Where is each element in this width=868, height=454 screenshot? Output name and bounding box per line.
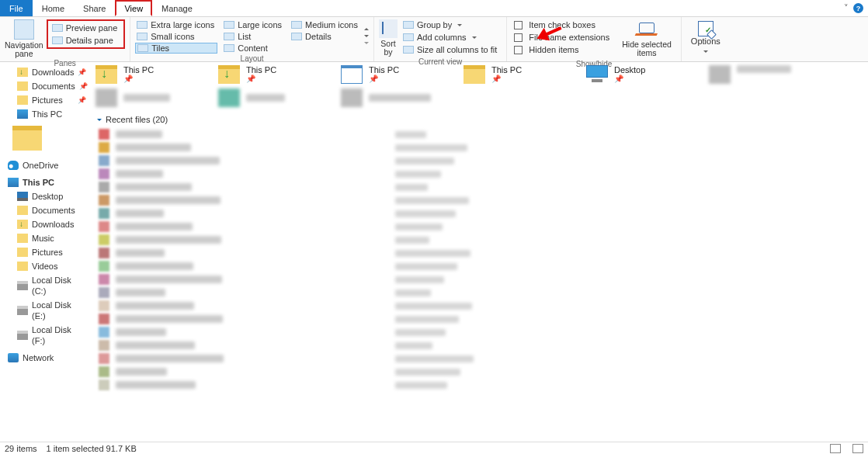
tab-home[interactable]: Home — [33, 0, 74, 16]
desktop-icon — [17, 192, 28, 201]
options-icon: ✓ — [698, 21, 713, 36]
nav-onedrive[interactable]: OneDrive — [0, 158, 89, 172]
recent-file-row[interactable] — [99, 248, 868, 258]
nav-desktop[interactable]: Desktop — [0, 189, 89, 203]
network-icon — [8, 353, 19, 362]
small-icon — [137, 33, 148, 40]
recent-file-row[interactable] — [99, 340, 868, 351]
recent-files-header[interactable]: Recent files (20) — [97, 115, 868, 124]
tile-thispc-4[interactable]: This PC📌 — [464, 65, 580, 84]
recent-file-row[interactable] — [99, 314, 868, 324]
tile-thispc-3[interactable]: This PC📌 — [341, 65, 457, 84]
nav-pictures[interactable]: Pictures — [0, 245, 89, 259]
hide-selected-items-button[interactable]: Hide selected items — [617, 19, 676, 59]
tile-blurred[interactable] — [709, 65, 825, 84]
tab-manage[interactable]: Manage — [152, 0, 202, 16]
recent-file-row[interactable] — [99, 142, 868, 153]
pictures-icon — [17, 248, 28, 257]
recent-file-row[interactable] — [99, 327, 868, 338]
tab-share[interactable]: Share — [74, 0, 115, 16]
size-columns-icon — [403, 46, 414, 54]
nav-documents[interactable]: Documents — [0, 203, 89, 217]
content-area: This PC📌 This PC📌 This PC📌 This PC📌 Desk… — [89, 62, 868, 442]
layout-details[interactable]: Details — [290, 31, 361, 42]
file-type-icon — [99, 287, 109, 298]
blurred-filename — [116, 355, 224, 362]
nav-pictures-qa[interactable]: Pictures📌 — [0, 93, 89, 107]
chevron-down-icon — [364, 35, 369, 37]
recent-file-row[interactable] — [99, 261, 868, 272]
blurred-filename — [116, 236, 221, 244]
tile-blurred[interactable] — [341, 88, 457, 107]
layout-small-icons[interactable]: Small icons — [135, 31, 217, 42]
nav-music[interactable]: Music — [0, 231, 89, 245]
tab-file[interactable]: File — [0, 0, 33, 16]
blurred-path — [395, 289, 431, 296]
ribbon-tabs: File Home Share View Manage ˅ ? — [0, 0, 868, 17]
nav-local-f[interactable]: Local Disk (F:) — [0, 323, 89, 348]
recent-file-row[interactable] — [99, 195, 868, 206]
details-pane-label: Details pane — [66, 36, 113, 45]
layout-scroll[interactable] — [364, 19, 369, 52]
chevron-more-icon — [364, 42, 369, 44]
nav-thispc[interactable]: This PC — [0, 175, 89, 189]
tile-desktop[interactable]: Desktop📌 — [586, 65, 703, 84]
nav-local-c[interactable]: Local Disk (C:) — [0, 273, 89, 298]
recent-file-row[interactable] — [99, 182, 868, 192]
recent-file-row[interactable] — [99, 379, 868, 390]
preview-pane-button[interactable]: Preview pane — [50, 23, 123, 33]
recent-file-row[interactable] — [99, 366, 868, 377]
ribbon-view: Navigation pane Preview pane Details pan… — [0, 17, 868, 62]
tile-thispc-2[interactable]: This PC📌 — [218, 65, 335, 84]
tile-thispc-downloads[interactable]: This PC📌 — [95, 65, 212, 84]
view-large-icons-button[interactable] — [852, 444, 863, 453]
drive-icon — [17, 281, 28, 290]
recent-file-row[interactable] — [99, 155, 868, 166]
nav-videos[interactable]: Videos — [0, 259, 89, 273]
nav-downloads-pc[interactable]: Downloads — [0, 217, 89, 231]
help-icon[interactable]: ? — [853, 3, 863, 13]
tab-view[interactable]: View — [115, 0, 152, 16]
tile-blurred[interactable] — [218, 88, 335, 107]
recent-file-row[interactable] — [99, 353, 868, 364]
recent-file-row[interactable] — [99, 129, 868, 140]
layout-medium-icons[interactable]: Medium icons — [290, 19, 361, 30]
recent-file-row[interactable] — [99, 168, 868, 179]
layout-content[interactable]: Content — [222, 43, 285, 54]
sort-by-button[interactable]: Sort by — [379, 19, 398, 57]
options-button[interactable]: ✓ Options — [686, 19, 725, 56]
recent-file-row[interactable] — [99, 221, 868, 232]
recent-file-row[interactable] — [99, 300, 868, 311]
status-selection: 1 item selected 91.7 KB — [47, 444, 137, 453]
recent-files-list — [95, 129, 868, 390]
file-type-icon — [99, 182, 109, 192]
nav-documents-qa[interactable]: Documents📌 — [0, 79, 89, 93]
item-check-boxes-toggle[interactable]: Item check boxes — [512, 19, 614, 30]
nav-thispc-qa[interactable]: This PC — [0, 107, 89, 121]
view-details-button[interactable] — [830, 444, 841, 453]
nav-network[interactable]: Network — [0, 351, 89, 365]
navigation-pane-button[interactable]: Navigation pane — [5, 19, 43, 58]
layout-list[interactable]: List — [222, 31, 285, 42]
layout-tiles[interactable]: Tiles — [135, 43, 217, 54]
group-by-button[interactable]: Group by — [401, 19, 502, 30]
layout-extra-large-icons[interactable]: Extra large icons — [135, 19, 217, 30]
nav-local-e[interactable]: Local Disk (E:) — [0, 298, 89, 323]
size-columns-button[interactable]: Size all columns to fit — [401, 44, 502, 55]
recent-file-row[interactable] — [99, 208, 868, 219]
recent-file-row[interactable] — [99, 274, 868, 285]
file-name-extensions-toggle[interactable]: File name extensions — [512, 32, 614, 43]
file-type-icon — [99, 168, 109, 179]
tile-blurred[interactable] — [95, 88, 212, 107]
chevron-down-icon — [703, 50, 708, 53]
details-pane-button[interactable]: Details pane — [50, 35, 123, 46]
group-by-icon — [403, 21, 414, 29]
layout-large-icons[interactable]: Large icons — [222, 19, 285, 30]
preview-pane-icon — [52, 24, 63, 32]
recent-file-row[interactable] — [99, 234, 868, 245]
recent-file-row[interactable] — [99, 287, 868, 298]
nav-downloads[interactable]: Downloads📌 — [0, 65, 89, 79]
hidden-items-toggle[interactable]: Hidden items — [512, 44, 614, 55]
add-columns-button[interactable]: Add columns — [401, 32, 502, 43]
minimize-ribbon-icon[interactable]: ˅ — [844, 3, 849, 13]
